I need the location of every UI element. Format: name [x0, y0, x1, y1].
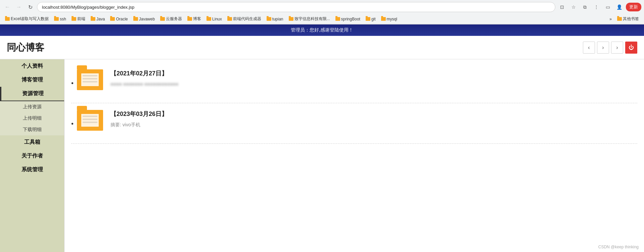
paper-line: [83, 116, 97, 117]
other-bookmarks[interactable]: 其他书签: [615, 15, 641, 23]
forward-button[interactable]: →: [14, 2, 24, 12]
bookmark-label: 博客: [193, 16, 201, 22]
bookmark-linux[interactable]: Linux: [204, 16, 224, 22]
paper-line: [83, 75, 97, 76]
post-bullet: •: [71, 79, 74, 87]
site-title: 同心博客: [7, 41, 44, 54]
bookmark-label: Linux: [212, 17, 222, 21]
header-back-button[interactable]: ‹: [583, 42, 595, 54]
address-bar[interactable]: localhost:8080/MyBlog/pages/blogger_inde…: [37, 2, 555, 12]
sidebar-item-resource-manage[interactable]: 资源管理: [0, 87, 64, 101]
folder-icon: [160, 17, 165, 21]
admin-bar: 管理员：您好,感谢登陆使用！: [0, 24, 644, 36]
folder-icon: [206, 17, 211, 21]
cast-button[interactable]: ⊡: [557, 2, 567, 12]
header-forward-button[interactable]: ›: [597, 42, 609, 54]
paper-line: [83, 81, 97, 82]
bookmark-java[interactable]: Java: [88, 16, 107, 22]
bookmark-excel[interactable]: Excel读取与写入数据: [3, 15, 51, 23]
bookmark-label: 云服务器: [166, 16, 182, 22]
paper-line: [83, 119, 97, 120]
sidebar-item-profile[interactable]: 个人资料: [0, 59, 64, 73]
bookmarks-bar: Excel读取与写入数据 ssh 前端 Java Oracle Javaweb …: [0, 14, 644, 24]
page-footer: CSDN @keep thinking: [598, 245, 639, 249]
menu-button[interactable]: ⋮: [592, 2, 601, 12]
bookmark-tupian[interactable]: tupian: [264, 16, 286, 22]
bookmark-oracle[interactable]: Oracle: [108, 16, 130, 22]
bookmark-mysql[interactable]: mysql: [379, 16, 400, 22]
bookmark-git[interactable]: git: [363, 16, 378, 22]
sidebar-item-download-detail[interactable]: 下载明细: [0, 124, 64, 135]
profile-button[interactable]: 👤: [614, 2, 624, 12]
power-button[interactable]: ⏻: [625, 42, 637, 54]
folder-icon: [54, 17, 59, 21]
bookmark-ssh[interactable]: ssh: [52, 16, 68, 22]
sidebar-item-blog-manage[interactable]: 博客管理: [0, 73, 64, 87]
post-date-2: 【2023年03月26日】: [110, 110, 637, 118]
other-bookmarks-label: 其他书签: [623, 16, 639, 22]
bookmark-cloud[interactable]: 云服务器: [158, 15, 184, 23]
folder-shape: [77, 110, 103, 131]
bookmark-label: 前端: [77, 16, 85, 22]
folder-shape: [77, 69, 103, 90]
url-text: localhost:8080/MyBlog/pages/blogger_inde…: [42, 5, 134, 10]
folder-icon: [187, 17, 192, 21]
folder-icon: [110, 17, 115, 21]
header-nav-buttons: ‹ › › ⏻: [583, 42, 637, 54]
update-button[interactable]: 更新: [626, 3, 641, 11]
bookmark-codegen[interactable]: 前端代码生成器: [225, 15, 264, 23]
bookmark-label: Javaweb: [139, 17, 155, 21]
back-button[interactable]: ←: [3, 2, 12, 12]
browser-chrome: ← → ↻ localhost:8080/MyBlog/pages/blogge…: [0, 0, 644, 24]
bookmark-label: springBoot: [341, 17, 360, 21]
window-button[interactable]: ▭: [603, 2, 612, 12]
folder-icon: [227, 17, 232, 21]
sidebar-item-system-manage[interactable]: 系统管理: [0, 163, 64, 177]
post-item-1: • 【2021年02月27日】 ■■■■ ■■■■■■■ ■■■■■■■■■■■…: [71, 63, 637, 103]
post-item-2: • 【2023年03月26日】 摘要: vivo手机: [71, 103, 637, 144]
bookmark-button[interactable]: ☆: [569, 2, 578, 12]
bookmark-springboot[interactable]: springBoot: [333, 16, 363, 22]
post-summary-2: 摘要: vivo手机: [110, 122, 637, 128]
sidebar-item-upload-detail[interactable]: 上传明细: [0, 113, 64, 124]
bookmark-label: mysql: [387, 17, 397, 21]
folder-paper: [81, 73, 99, 86]
post-info-2: 【2023年03月26日】 摘要: vivo手机: [110, 110, 637, 128]
sidebar-item-about-author[interactable]: 关于作者: [0, 149, 64, 163]
folder-icon: [335, 17, 340, 21]
refresh-button[interactable]: ↻: [26, 2, 35, 12]
content-area: • 【2021年02月27日】 ■■■■ ■■■■■■■ ■■■■■■■■■■■…: [64, 59, 644, 252]
bookmark-label: Excel读取与写入数据: [11, 16, 49, 22]
folder-paper: [81, 114, 99, 127]
bookmark-zhiyu[interactable]: 致宇信息科技有限...: [286, 15, 332, 23]
extensions-button[interactable]: ⧉: [580, 2, 590, 12]
bookmark-label: git: [371, 17, 376, 21]
sidebar-item-upload-resource[interactable]: 上传资源: [0, 101, 64, 113]
browser-toolbar: ← → ↻ localhost:8080/MyBlog/pages/blogge…: [0, 0, 644, 14]
header-next-button[interactable]: ›: [611, 42, 623, 54]
footer-text: CSDN @keep thinking: [598, 245, 639, 249]
folder-icon: [5, 17, 10, 21]
post-date-1: 【2021年02月27日】: [110, 69, 637, 77]
bookmark-label: Oracle: [116, 17, 128, 21]
paper-line: [83, 78, 97, 79]
bookmark-label: tupian: [272, 17, 283, 21]
folder-icon: [381, 17, 386, 21]
folder-icon: [91, 17, 95, 21]
bookmark-frontend[interactable]: 前端: [69, 15, 88, 23]
paper-line: [83, 122, 97, 123]
post-folder-icon-2: [77, 110, 104, 137]
blurred-text: ■■■■ ■■■■■■■ ■■■■■■■■■■■■: [110, 81, 178, 87]
post-summary-1: ■■■■ ■■■■■■■ ■■■■■■■■■■■■: [110, 81, 637, 87]
bookmark-javaweb[interactable]: Javaweb: [131, 16, 157, 22]
admin-message: 管理员：您好,感谢登陆使用！: [291, 27, 353, 33]
bookmark-label: ssh: [60, 17, 66, 21]
bookmark-blog[interactable]: 博客: [185, 15, 203, 23]
more-bookmarks-button[interactable]: »: [607, 16, 614, 22]
sidebar: 个人资料 博客管理 资源管理 上传资源 上传明细 下载明细 工具箱 关于作者: [0, 59, 64, 252]
folder-icon: [617, 17, 622, 21]
folder-icon: [133, 17, 138, 21]
main-layout: 个人资料 博客管理 资源管理 上传资源 上传明细 下载明细 工具箱 关于作者: [0, 59, 644, 252]
sidebar-item-toolbox[interactable]: 工具箱: [0, 135, 64, 149]
post-bullet: •: [71, 120, 74, 128]
